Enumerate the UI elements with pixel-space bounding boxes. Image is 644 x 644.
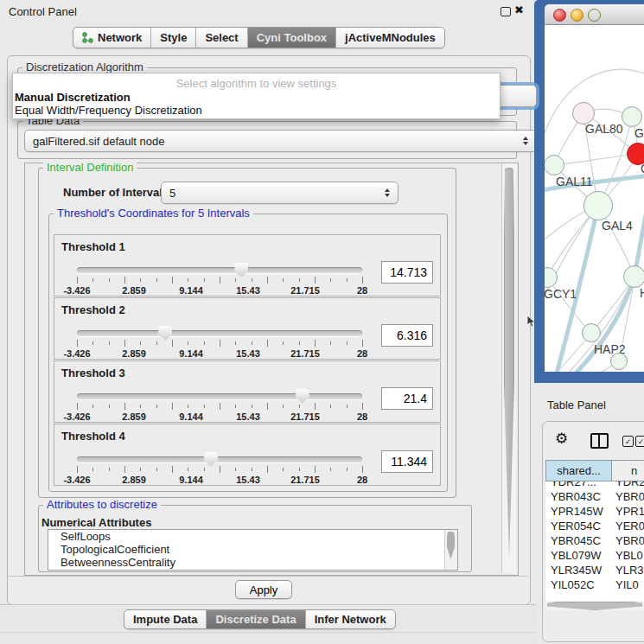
table-settings-gear-icon[interactable]: ⚙ — [555, 430, 568, 447]
divider — [0, 632, 536, 633]
list-item[interactable]: SelfLoops — [48, 530, 457, 543]
slider-track[interactable] — [77, 393, 362, 399]
slider-thumb[interactable] — [296, 389, 309, 404]
slider-track[interactable] — [77, 330, 362, 336]
algorithm-option-manual[interactable]: Manual Discretization — [15, 91, 498, 104]
scrollbar-thumb[interactable] — [547, 602, 642, 610]
scrollbar-thumb[interactable] — [504, 168, 514, 558]
threshold-3-slider[interactable]: -3.426 2.859 9.144 15.43 21.715 28 — [77, 392, 362, 421]
select-checks-icon[interactable]: ✓ — [635, 436, 644, 447]
divider — [8, 576, 528, 577]
column-header-name[interactable]: n — [611, 460, 644, 481]
threshold-2-value-field[interactable] — [381, 324, 433, 347]
table-data-selected: galFiltered.sif default node — [33, 135, 164, 148]
table-data-combobox[interactable]: galFiltered.sif default node — [24, 130, 537, 152]
network-node[interactable] — [623, 265, 644, 288]
threshold-2-slider[interactable]: -3.426 2.859 9.144 15.43 21.715 28 — [77, 328, 362, 358]
network-window-titlebar[interactable] — [545, 4, 644, 25]
slider-tick-labels: -3.426 2.859 9.144 15.43 21.715 28 — [77, 475, 362, 485]
table-panel-title: Table Panel — [547, 399, 606, 411]
slider-ticks — [77, 277, 362, 284]
threshold-4-label: Threshold 4 — [61, 430, 125, 443]
close-traffic-light-icon[interactable] — [553, 9, 566, 22]
network-node-label: C — [641, 162, 644, 175]
table-row[interactable]: YBR045CYBR0 — [545, 533, 644, 548]
zoom-traffic-light-icon[interactable] — [588, 9, 601, 22]
threshold-1-panel: Threshold 1 -3.426 2.859 9.144 15.43 21.… — [54, 234, 441, 296]
slider-ticks — [77, 466, 362, 474]
network-node[interactable] — [545, 155, 564, 175]
network-node-label: GAL4 — [602, 219, 633, 233]
threshold-3-panel: Threshold 3 -3.426 2.859 9.144 15.43 21.… — [54, 360, 441, 423]
apply-button[interactable]: Apply — [235, 580, 292, 599]
threshold-3-label: Threshold 3 — [61, 367, 125, 379]
tab-jactivemnodules[interactable]: jActiveMNodules — [336, 28, 444, 48]
numerical-attributes-list[interactable]: SelfLoops TopologicalCoefficient Between… — [48, 529, 458, 571]
intervals-value: 5 — [169, 187, 175, 200]
number-of-intervals-label: Number of Intervals — [63, 186, 169, 199]
numerical-attributes-label: Numerical Attributes — [41, 516, 151, 529]
select-checks-icon[interactable]: ✓ — [622, 436, 634, 447]
tab-style[interactable]: Style — [151, 28, 196, 48]
slider-thumb[interactable] — [204, 452, 218, 467]
list-item[interactable]: TopologicalCoefficient — [48, 543, 457, 556]
thresholds-group-title: Threshold's Coordinates for 5 Intervals — [54, 207, 253, 220]
table-row[interactable]: YBL079WYBL0 — [545, 548, 644, 563]
threshold-4-value-field[interactable] — [381, 450, 433, 473]
network-node-label: GA — [634, 126, 644, 140]
slider-tick-labels: -3.426 2.859 9.144 15.43 21.715 28 — [77, 348, 362, 359]
algorithm-option-equal-width[interactable]: Equal Width/Frequency Discretization — [15, 104, 498, 117]
tab-impute-data[interactable]: Impute Data — [124, 610, 207, 628]
threshold-4-slider[interactable]: -3.426 2.859 9.144 15.43 21.715 28 — [77, 455, 362, 484]
table-row[interactable]: YPR145WYPR1 — [545, 504, 644, 519]
network-node[interactable] — [622, 106, 642, 127]
scrollbar-thumb[interactable] — [447, 532, 455, 559]
threshold-3-value-field[interactable] — [381, 387, 433, 410]
application-window: Control Panel ✖ Network Style Select Cyn… — [0, 0, 644, 644]
list-scrollbar[interactable] — [444, 530, 457, 570]
network-icon — [82, 32, 93, 43]
slider-track[interactable] — [77, 267, 362, 273]
slider-track[interactable] — [77, 456, 362, 462]
network-view-window[interactable]: GAL80GACGAL11GAL4GCY1HHAP2 — [534, 0, 644, 383]
list-item[interactable]: BetweennessCentrality — [48, 556, 457, 569]
slider-ticks — [77, 340, 362, 348]
network-node[interactable] — [583, 191, 613, 220]
tab-network[interactable]: Network — [73, 28, 151, 48]
tab-select[interactable]: Select — [196, 28, 247, 48]
slider-thumb[interactable] — [158, 326, 172, 341]
network-node[interactable] — [610, 353, 628, 370]
table-row[interactable]: YIL052CYIL0 — [545, 577, 644, 592]
close-icon[interactable]: ✖ — [514, 3, 524, 16]
tab-discretize-data[interactable]: Discretize Data — [207, 610, 305, 628]
threshold-2-panel: Threshold 2 -3.426 2.859 9.144 15.43 21.… — [54, 297, 441, 360]
threshold-1-slider[interactable]: -3.426 2.859 9.144 15.43 21.715 28 — [77, 265, 362, 295]
threshold-1-value-field[interactable] — [381, 261, 433, 284]
table-row[interactable]: YBR043CYBR0 — [545, 489, 644, 504]
column-header-shared-name[interactable]: shared... — [545, 460, 612, 481]
table-row[interactable]: YLR345WYLR3 — [545, 563, 644, 577]
cyni-mode-tabs: Impute Data Discretize Data Infer Networ… — [124, 609, 396, 629]
threshold-2-label: Threshold 2 — [61, 303, 125, 316]
table-horizontal-scrollbar[interactable] — [545, 601, 644, 610]
network-node-label: H — [640, 286, 644, 300]
tab-cyni-toolbox[interactable]: Cyni Toolbox — [248, 28, 336, 48]
slider-thumb[interactable] — [234, 263, 248, 277]
float-window-icon[interactable] — [501, 7, 511, 16]
number-of-intervals-combobox[interactable]: 5 — [161, 182, 399, 204]
combo-stepper-icon — [385, 188, 390, 197]
tab-infer-network[interactable]: Infer Network — [306, 610, 395, 628]
network-node[interactable] — [582, 323, 601, 342]
minimize-traffic-light-icon[interactable] — [571, 9, 583, 22]
slider-tick-labels: -3.426 2.859 9.144 15.43 21.715 28 — [77, 411, 362, 422]
slider-ticks — [77, 403, 362, 411]
network-node-label: GAL11 — [556, 175, 593, 188]
network-canvas[interactable]: GAL80GACGAL11GAL4GCY1HHAP2 — [545, 25, 644, 372]
split-columns-icon[interactable] — [590, 433, 609, 449]
network-node-label: GCY1 — [545, 287, 577, 301]
algorithm-dropdown-popup: Select algorithm to view settings Manual… — [12, 73, 501, 119]
table-row[interactable]: YER054CYER0 — [545, 519, 644, 533]
combo-stepper-icon — [523, 137, 528, 145]
threshold-4-panel: Threshold 4 -3.426 2.859 9.144 15.43 21.… — [54, 424, 441, 486]
settings-vertical-scrollbar[interactable] — [501, 163, 516, 573]
